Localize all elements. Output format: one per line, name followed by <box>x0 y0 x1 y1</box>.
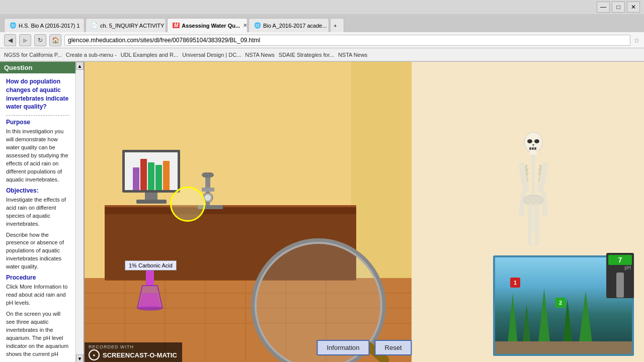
tab-assessing[interactable]: M Assessing Water Qu... ✕ <box>167 18 248 32</box>
specimen-label-2: 2 <box>555 298 566 308</box>
tab-bio2017[interactable]: 🌐 Bio A_2016-2017 acade... ✕ <box>249 18 329 32</box>
svg-rect-24 <box>530 150 537 155</box>
watermark-icon: ● <box>89 349 100 360</box>
svg-rect-18 <box>202 188 214 192</box>
skeleton-svg <box>516 132 551 248</box>
vial-svg <box>135 263 165 323</box>
address-input[interactable] <box>64 35 630 46</box>
gravel <box>495 341 632 354</box>
scroll-down-arrow[interactable]: ▼ <box>76 354 84 362</box>
svg-rect-32 <box>518 162 529 193</box>
svg-rect-35 <box>541 192 548 217</box>
svg-rect-33 <box>537 162 548 193</box>
ph-value: 7 <box>608 255 632 265</box>
watermark-brand-row: ● SCREENCAST-O-MATIC <box>89 349 177 360</box>
monitor-screen <box>122 150 180 193</box>
address-bar: ◀ ▶ ↻ 🏠 ☆ <box>0 32 644 48</box>
svg-rect-40 <box>535 231 539 246</box>
title-bar: — □ ✕ <box>0 0 644 14</box>
forward-button[interactable]: ▶ <box>19 34 31 46</box>
home-button[interactable]: 🏠 <box>49 34 61 46</box>
divider1 <box>6 115 69 116</box>
tab-bar: 🌐 H.S. Bio A (2016-2017) 1 ✕ 📄 ch. 5_INQ… <box>0 14 644 32</box>
tab-label-bio2017: Bio A_2016-2017 acade... <box>263 23 327 29</box>
bookmark-ngss[interactable]: NGSS for California P... <box>4 52 62 58</box>
specimen-label-1: 1 <box>510 278 520 288</box>
svg-point-36 <box>523 195 543 205</box>
bookmark-nsta2[interactable]: NSTA News <box>338 52 367 58</box>
tab-icon-assessing: M <box>173 23 180 28</box>
bookmark-nsta1[interactable]: NSTA News <box>245 52 274 58</box>
svg-rect-31 <box>532 162 535 198</box>
back-button[interactable]: ◀ <box>4 34 16 46</box>
scroll-up-arrow[interactable]: ▲ <box>76 62 84 70</box>
minimize-button[interactable]: — <box>597 2 610 13</box>
procedure-title: Procedure <box>6 274 69 281</box>
tab-label-assessing: Assessing Water Qu... <box>182 23 240 29</box>
objective1-text: Investigate the effects of acid rain on … <box>6 196 69 228</box>
chart-bar-2 <box>140 159 147 190</box>
left-panel: Question How do population changes of aq… <box>0 62 85 362</box>
bookmark-universal[interactable]: Universal Design | DC... <box>182 52 241 58</box>
panel-scrollbar[interactable]: ▲ ▼ <box>75 62 84 362</box>
svg-rect-27 <box>529 147 531 150</box>
bookmark-submenu[interactable]: Create a sub-menu - <box>66 52 117 58</box>
svg-rect-38 <box>534 204 539 232</box>
sim-buttons: Information Reset <box>316 340 412 355</box>
vial-container: 1% Carbonic Acid <box>135 263 165 325</box>
watermark: RECORDED WITH ● SCREENCAST-O-MATIC <box>85 342 182 362</box>
close-button[interactable]: ✕ <box>627 2 640 13</box>
monitor-stand-neck <box>145 193 157 200</box>
objectives-title: Objectives: <box>6 187 69 194</box>
watermark-brand: SCREENCAST-O-MATIC <box>103 351 177 359</box>
purpose-title: Purpose <box>6 119 69 126</box>
svg-point-26 <box>534 139 539 143</box>
simulation-area: · · · · · <box>85 62 644 362</box>
watermark-recorded-text: RECORDED WITH <box>89 344 177 349</box>
bookmark-sdaie[interactable]: SDAIE Strategies for... <box>279 52 334 58</box>
highlight-circle <box>170 187 205 222</box>
scroll-track <box>76 70 84 354</box>
tab-label-bio: H.S. Bio A (2016-2017) 1 <box>19 23 80 29</box>
tab-inquiry[interactable]: 📄 ch. 5_INQUIRY ACTIVITY ✕ <box>86 18 166 32</box>
svg-rect-34 <box>519 192 526 217</box>
objective2-text: Describe how the presence or absence of … <box>6 231 69 272</box>
svg-rect-29 <box>534 147 536 150</box>
svg-point-25 <box>527 139 532 143</box>
vial-label: 1% Carbonic Acid <box>125 260 177 270</box>
reset-button[interactable]: Reset <box>375 340 412 355</box>
ph-probe <box>616 273 624 298</box>
procedure2-text: On the screen you will see three aquatic… <box>6 310 69 358</box>
tab-icon-inquiry: 📄 <box>91 22 98 29</box>
bookmark-star[interactable]: ☆ <box>633 36 640 44</box>
ph-meter-device: 7 pH <box>606 253 634 298</box>
panel-content: Question How do population changes of aq… <box>0 62 75 362</box>
chart-bar-1 <box>133 167 139 190</box>
bookmark-udl[interactable]: UDL Examples and R... <box>121 52 179 58</box>
svg-rect-37 <box>528 204 533 232</box>
ph-label: pH <box>608 265 632 270</box>
refresh-button[interactable]: ↻ <box>34 34 46 46</box>
maximize-button[interactable]: □ <box>612 2 625 13</box>
svg-rect-30 <box>531 155 535 162</box>
new-tab-button[interactable]: + <box>330 18 344 32</box>
tab-close-bio[interactable]: ✕ <box>83 23 85 28</box>
chart-bar-4 <box>155 165 162 190</box>
purpose-text: In this investigation you will demonstra… <box>6 128 69 184</box>
question-text: How do population changes of aquatic inv… <box>6 77 69 111</box>
bookmarks-bar: NGSS for California P... Create a sub-me… <box>0 48 644 61</box>
information-button[interactable]: Information <box>316 340 369 355</box>
monitor-stand-base <box>136 200 167 204</box>
aquarium-container: 1 2 3 7 pH <box>488 250 634 362</box>
svg-rect-28 <box>532 147 534 150</box>
tab-icon-bio: 🌐 <box>10 22 17 29</box>
svg-point-17 <box>202 172 214 178</box>
skeleton <box>516 132 551 249</box>
svg-rect-39 <box>528 231 532 246</box>
tab-icon-bio2017: 🌐 <box>254 22 261 29</box>
tab-label-inquiry: ch. 5_INQUIRY ACTIVITY <box>100 23 164 29</box>
tab-bio[interactable]: 🌐 H.S. Bio A (2016-2017) 1 ✕ <box>4 18 85 32</box>
monitor-chart <box>127 155 175 190</box>
tab-close-assessing[interactable]: ✕ <box>243 23 247 28</box>
procedure1-text: Click More Information to read about aci… <box>6 283 69 307</box>
